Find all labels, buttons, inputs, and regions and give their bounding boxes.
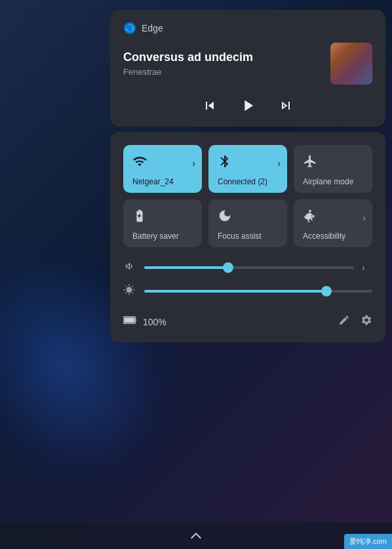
wifi-chevron: › <box>192 158 195 169</box>
media-info-row: Conversus ad undecim Fenestrae <box>123 43 372 85</box>
prev-button[interactable] <box>202 98 218 113</box>
accessibility-toggle[interactable]: › Accessibility <box>294 199 372 247</box>
brightness-slider-fill <box>144 290 326 293</box>
media-source: Edge <box>123 22 372 35</box>
volume-slider-fill <box>144 266 228 269</box>
watermark: 爱纯净.com <box>344 534 392 549</box>
airplane-toggle[interactable]: Airplane mode <box>294 145 372 193</box>
svg-rect-3 <box>124 317 134 323</box>
svg-point-1 <box>309 210 311 213</box>
media-source-name: Edge <box>142 23 163 33</box>
toggle-grid: › Netgear_24 › Connected (2) <box>123 145 372 247</box>
media-text: Conversus ad undecim Fenestrae <box>123 51 253 77</box>
brightness-icon <box>123 284 136 298</box>
settings-button[interactable] <box>361 314 372 329</box>
quick-settings-card: › Netgear_24 › Connected (2) <box>110 132 385 342</box>
bluetooth-chevron: › <box>277 158 281 169</box>
focus-label: Focus assist <box>218 232 262 241</box>
accessibility-label: Accessibility <box>303 232 345 241</box>
edit-button[interactable] <box>338 314 350 329</box>
taskbar <box>0 523 392 549</box>
battery-saver-label: Battery saver <box>132 232 179 241</box>
svg-point-0 <box>124 22 136 34</box>
moon-icon <box>218 209 232 226</box>
next-button[interactable] <box>278 98 294 113</box>
battery-info: 100% <box>123 315 167 329</box>
media-controls <box>123 96 372 115</box>
media-subtitle: Fenestrae <box>123 67 253 77</box>
chevron-up-button[interactable] <box>189 531 203 541</box>
play-button[interactable] <box>239 96 257 115</box>
battery-saver-toggle[interactable]: Battery saver <box>123 199 202 247</box>
wifi-icon <box>132 154 147 172</box>
brightness-slider-row <box>123 284 372 298</box>
media-thumbnail <box>330 43 372 85</box>
bottom-icons <box>338 314 372 329</box>
battery-icon <box>123 315 138 329</box>
brightness-slider-thumb[interactable] <box>321 286 332 296</box>
notification-panel: Edge Conversus ad undecim Fenestrae <box>110 10 385 342</box>
volume-icon <box>123 260 136 275</box>
bottom-bar: 100% <box>123 308 372 329</box>
bluetooth-icon <box>218 154 232 172</box>
volume-expand-icon[interactable]: › <box>362 262 372 273</box>
media-title: Conversus ad undecim <box>123 51 253 64</box>
volume-slider-row: › <box>123 260 372 275</box>
airplane-label: Airplane mode <box>303 177 353 186</box>
bluetooth-toggle[interactable]: › Connected (2) <box>208 145 287 193</box>
brightness-slider-track[interactable] <box>144 290 372 293</box>
battery-percentage: 100% <box>143 317 167 327</box>
focus-toggle[interactable]: Focus assist <box>208 199 287 247</box>
media-card: Edge Conversus ad undecim Fenestrae <box>110 10 385 127</box>
wifi-toggle[interactable]: › Netgear_24 <box>123 145 202 193</box>
edge-icon <box>123 22 136 35</box>
battery-saver-icon <box>132 209 147 226</box>
accessibility-chevron: › <box>363 213 366 223</box>
accessibility-icon <box>303 209 317 226</box>
airplane-icon <box>303 154 317 172</box>
bluetooth-label: Connected (2) <box>218 177 267 186</box>
volume-slider-track[interactable] <box>144 266 354 269</box>
wifi-label: Netgear_24 <box>132 177 174 186</box>
volume-slider-thumb[interactable] <box>223 262 233 273</box>
